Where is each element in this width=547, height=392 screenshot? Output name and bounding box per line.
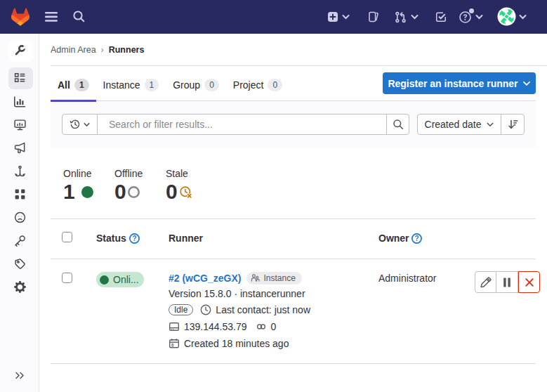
svg-text:?: ? — [132, 235, 136, 242]
svg-text:?: ? — [415, 235, 419, 242]
